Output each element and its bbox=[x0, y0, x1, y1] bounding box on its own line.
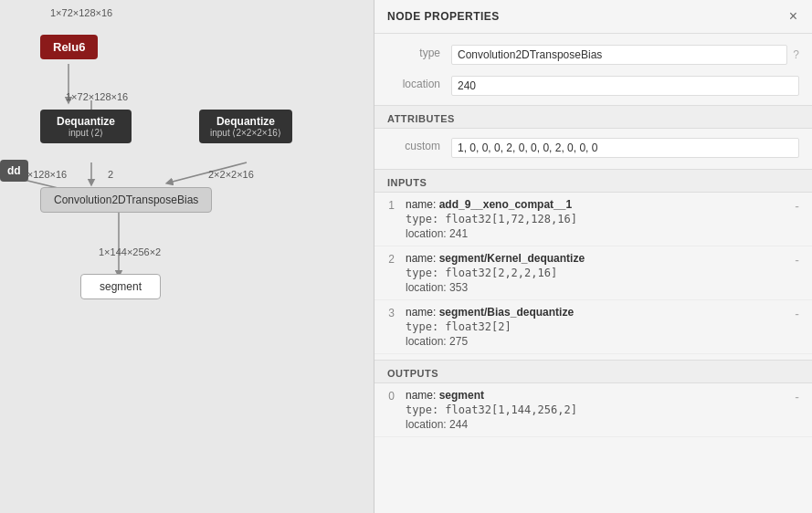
type-row: type Convolution2DTransposeBias ? bbox=[374, 39, 812, 70]
properties-header: NODE PROPERTIES × bbox=[374, 0, 812, 34]
input-name-1: name: add_9__xeno_compat__1 bbox=[406, 198, 795, 211]
properties-panel: NODE PROPERTIES × type Convolution2DTran… bbox=[374, 0, 812, 513]
type-help[interactable]: ? bbox=[793, 45, 799, 61]
close-button[interactable]: × bbox=[787, 9, 799, 24]
add-node[interactable]: dd bbox=[0, 160, 28, 182]
segment-label: segment bbox=[100, 280, 142, 293]
segment-node[interactable]: segment bbox=[80, 274, 161, 299]
input-type-value-2: float32[2,2,2,16] bbox=[445, 267, 557, 279]
relu6-label: Relu6 bbox=[53, 40, 85, 54]
input-location-value-3: 275 bbox=[449, 335, 468, 348]
edge-label-1: 1×72×128×16 bbox=[50, 7, 112, 18]
input-dash-3: - bbox=[795, 306, 799, 321]
output-location-value-0: 244 bbox=[449, 418, 468, 431]
inputs-section-header: INPUTS bbox=[374, 169, 812, 193]
custom-label: custom bbox=[387, 138, 451, 152]
edge-label-6: 1×144×256×2 bbox=[99, 246, 161, 257]
output-index-0: 0 bbox=[387, 389, 406, 403]
input-details-2: name: segment/Kernel_dequantize type: fl… bbox=[406, 252, 795, 294]
input-type-value-1: float32[1,72,128,16] bbox=[445, 213, 577, 225]
input-details-3: name: segment/Bias_dequantize type: floa… bbox=[406, 306, 795, 348]
output-type-0: type: float32[1,144,256,2] bbox=[406, 403, 795, 416]
input-type-3: type: float32[2] bbox=[406, 320, 795, 333]
input-index-3: 3 bbox=[387, 306, 406, 319]
input-location-3: location: 275 bbox=[406, 335, 795, 348]
input-name-value-1: add_9__xeno_compat__1 bbox=[439, 198, 572, 211]
input-type-1: type: float32[1,72,128,16] bbox=[406, 213, 795, 225]
input-details-1: name: add_9__xeno_compat__1 type: float3… bbox=[406, 198, 795, 240]
location-label: location bbox=[387, 76, 451, 90]
conv-node[interactable]: Convolution2DTransposeBias bbox=[40, 187, 212, 213]
output-details-0: name: segment type: float32[1,144,256,2]… bbox=[406, 389, 795, 431]
type-value[interactable]: Convolution2DTransposeBias bbox=[451, 45, 787, 65]
output-location-0: location: 244 bbox=[406, 418, 795, 431]
input-type-2: type: float32[2,2,2,16] bbox=[406, 267, 795, 279]
dequantize1-subtitle: input ⟨2⟩ bbox=[51, 128, 121, 138]
graph-panel: 1×72×128×16 1×72×128×16 1×72×128×16 2 2×… bbox=[0, 0, 374, 513]
dequantize1-node[interactable]: Dequantize input ⟨2⟩ bbox=[40, 110, 132, 143]
output-item-0: 0 name: segment type: float32[1,144,256,… bbox=[374, 383, 812, 437]
edge-label-2: 1×72×128×16 bbox=[66, 91, 128, 102]
outputs-section-header: OUTPUTS bbox=[374, 360, 812, 383]
input-location-value-1: 241 bbox=[449, 227, 468, 240]
output-name-0: name: segment bbox=[406, 389, 795, 402]
input-dash-1: - bbox=[795, 198, 799, 214]
custom-value[interactable]: 1, 0, 0, 0, 2, 0, 0, 0, 2, 0, 0, 0 bbox=[451, 138, 799, 158]
graph-arrows bbox=[0, 0, 374, 513]
dequantize2-label: Dequantize bbox=[210, 115, 281, 128]
edge-label-5: 2×2×2×16 bbox=[208, 169, 254, 180]
input-location-2: location: 353 bbox=[406, 281, 795, 294]
conv-label: Convolution2DTransposeBias bbox=[54, 194, 198, 206]
output-name-value-0: segment bbox=[439, 389, 484, 402]
custom-row: custom 1, 0, 0, 0, 2, 0, 0, 0, 2, 0, 0, … bbox=[374, 132, 812, 163]
input-name-value-3: segment/Bias_dequantize bbox=[439, 306, 574, 319]
dequantize2-node[interactable]: Dequantize input ⟨2×2×2×16⟩ bbox=[199, 110, 292, 143]
input-dash-2: - bbox=[795, 252, 799, 267]
dequantize2-subtitle: input ⟨2×2×2×16⟩ bbox=[210, 128, 281, 138]
input-item-2: 2 name: segment/Kernel_dequantize type: … bbox=[374, 246, 812, 300]
type-label: type bbox=[387, 45, 451, 59]
input-type-value-3: float32[2] bbox=[445, 320, 511, 333]
input-index-2: 2 bbox=[387, 252, 406, 266]
input-location-1: location: 241 bbox=[406, 227, 795, 240]
properties-title: NODE PROPERTIES bbox=[387, 10, 500, 23]
relu6-node[interactable]: Relu6 bbox=[40, 35, 98, 59]
edge-label-4: 2 bbox=[108, 169, 113, 180]
dequantize1-label: Dequantize bbox=[51, 115, 121, 128]
input-name-2: name: segment/Kernel_dequantize bbox=[406, 252, 795, 265]
input-name-value-2: segment/Kernel_dequantize bbox=[439, 252, 585, 265]
location-row: location 240 bbox=[374, 70, 812, 101]
input-index-1: 1 bbox=[387, 198, 406, 212]
input-location-value-2: 353 bbox=[449, 281, 468, 294]
output-type-value-0: float32[1,144,256,2] bbox=[445, 403, 577, 416]
input-name-3: name: segment/Bias_dequantize bbox=[406, 306, 795, 319]
output-dash-0: - bbox=[795, 389, 799, 404]
attributes-section-header: ATTRIBUTES bbox=[374, 105, 812, 129]
input-item-1: 1 name: add_9__xeno_compat__1 type: floa… bbox=[374, 193, 812, 246]
location-value[interactable]: 240 bbox=[451, 76, 799, 96]
input-item-3: 3 name: segment/Bias_dequantize type: fl… bbox=[374, 300, 812, 354]
